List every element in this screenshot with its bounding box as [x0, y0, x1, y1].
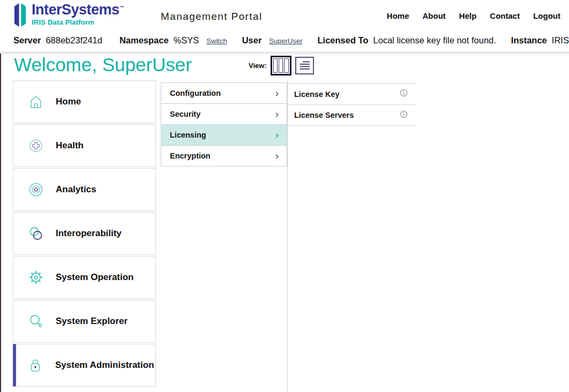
server-info-bar: Server 688eb23f241d Namespace %SYS Switc…	[13, 35, 569, 46]
sidebar-item-label: Analytics	[56, 184, 96, 195]
gear-icon	[27, 268, 45, 287]
info-icon[interactable]	[400, 110, 408, 120]
sidebar-item-label: Home	[56, 96, 81, 107]
panel-item-license-key[interactable]: License Key	[288, 83, 415, 104]
sidebar-item-label: System Explorer	[56, 316, 128, 327]
submenu-item-encryption[interactable]: Encryption ›	[161, 145, 287, 167]
window-left-edge	[0, 54, 1, 392]
namespace-value: %SYS	[174, 35, 199, 46]
user-profile-link[interactable]: SuperUser	[269, 37, 302, 45]
sidebar-item-interoperability[interactable]: Interoperability	[13, 212, 156, 255]
panel-item-license-servers[interactable]: License Servers	[288, 104, 415, 126]
instance-value: IRIS	[552, 35, 569, 46]
licensed-to-label: Licensed To	[317, 35, 368, 46]
trademark: ™	[119, 5, 124, 10]
administration-submenu: Configuration › Security › Licensing › E…	[161, 83, 287, 167]
sidebar-item-system-explorer[interactable]: System Explorer	[13, 300, 156, 343]
nav-home-link[interactable]: Home	[387, 11, 409, 20]
intersystems-logo-icon	[13, 3, 27, 27]
lock-icon	[26, 356, 44, 374]
submenu-item-licensing[interactable]: Licensing ›	[161, 124, 287, 146]
brand-name: InterSystems™	[32, 3, 124, 17]
analytics-icon	[27, 180, 45, 199]
nav-help-link[interactable]: Help	[459, 11, 477, 20]
brand-subtitle: IRIS Data Platform	[32, 19, 124, 26]
nav-logout-link[interactable]: Logout	[533, 11, 560, 20]
chevron-right-icon: ›	[275, 88, 279, 98]
server-value: 688eb23f241d	[46, 35, 102, 46]
intersystems-logo[interactable]: InterSystems™ IRIS Data Platform	[13, 3, 124, 27]
sidebar-item-label: System Operation	[56, 272, 134, 283]
server-label: Server	[13, 35, 41, 46]
submenu-item-security[interactable]: Security ›	[161, 103, 287, 125]
info-icon[interactable]	[400, 89, 408, 99]
top-nav: Home About Help Contact Logout	[387, 11, 560, 20]
management-portal-page: InterSystems™ IRIS Data Platform Managem…	[0, 0, 569, 392]
licensed-to-value: Local license key file not found.	[373, 35, 496, 46]
view-label: View:	[249, 62, 267, 70]
main-menu-sidebar: Home Health Analytics	[13, 80, 156, 388]
sidebar-item-label: System Administration	[55, 360, 154, 371]
sidebar-item-label: Health	[56, 140, 84, 151]
top-header: InterSystems™ IRIS Data Platform Managem…	[0, 0, 569, 32]
health-icon	[27, 137, 45, 155]
chevron-right-icon: ›	[275, 109, 279, 119]
sidebar-item-health[interactable]: Health	[13, 124, 156, 167]
page-title: Management Portal	[161, 11, 263, 22]
interoperability-icon	[27, 224, 45, 243]
chevron-right-icon: ›	[275, 130, 279, 140]
view-switcher: View:	[249, 56, 314, 76]
user-label: User	[242, 35, 262, 46]
home-icon	[27, 93, 45, 111]
sidebar-item-system-administration[interactable]: System Administration	[13, 344, 156, 387]
licensing-panel: License Key License Servers	[288, 83, 415, 126]
list-view-icon[interactable]	[295, 57, 314, 74]
sidebar-item-label: Interoperability	[56, 228, 122, 239]
sidebar-item-system-operation[interactable]: System Operation	[13, 256, 156, 299]
magnifier-icon	[27, 312, 45, 330]
column-divider	[287, 80, 288, 392]
submenu-item-configuration[interactable]: Configuration ›	[161, 82, 287, 104]
welcome-heading: Welcome, SuperUser	[14, 54, 192, 76]
nav-about-link[interactable]: About	[423, 11, 446, 20]
sidebar-item-home[interactable]: Home	[13, 80, 156, 123]
switch-namespace-link[interactable]: Switch	[206, 37, 227, 45]
namespace-label: Namespace	[119, 35, 169, 46]
columns-view-icon[interactable]	[271, 56, 291, 76]
nav-contact-link[interactable]: Contact	[490, 11, 520, 20]
instance-label: Instance	[511, 35, 547, 46]
chevron-right-icon: ›	[275, 150, 279, 161]
sidebar-item-analytics[interactable]: Analytics	[13, 168, 156, 211]
